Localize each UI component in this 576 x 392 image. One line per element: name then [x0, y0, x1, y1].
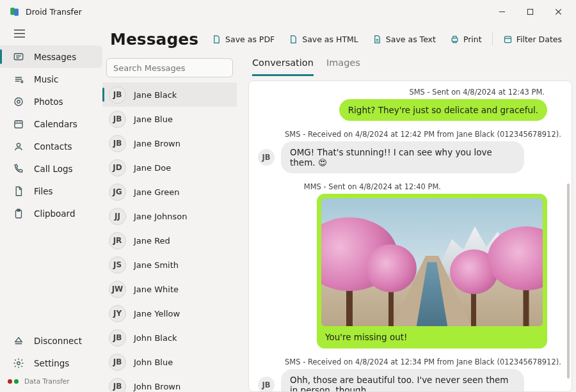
svg-rect-1	[14, 9, 19, 16]
contact-item[interactable]: JBJohn Blue	[102, 350, 237, 374]
phone-icon	[13, 163, 24, 175]
file-icon	[13, 185, 24, 197]
contact-name: Jane Johnson	[134, 212, 187, 221]
menu-toggle-button[interactable]	[0, 23, 102, 45]
contact-item[interactable]: JBJohn Brown	[102, 374, 237, 392]
message-meta: SMS - Sent on 4/8/2024 at 12:43 PM.	[258, 88, 563, 97]
close-button[interactable]	[544, 2, 572, 21]
app-title: Droid Transfer	[26, 7, 82, 17]
contact-avatar: JR	[109, 232, 126, 249]
contact-avatar: JW	[109, 281, 126, 298]
contact-avatar: JB	[109, 354, 126, 371]
contact-name: Jane Black	[134, 90, 177, 100]
sidebar-item-calllogs[interactable]: Call Logs	[0, 157, 102, 180]
message-received: OMG! That's stunning!! I can see why you…	[281, 141, 524, 173]
contact-avatar: JB	[109, 135, 126, 152]
sidebar-item-messages[interactable]: Messages	[0, 45, 102, 68]
save-text-button[interactable]: Save as Text	[367, 31, 441, 48]
contact-name: Jane White	[134, 285, 179, 294]
mms-image[interactable]	[321, 198, 543, 326]
contact-item[interactable]: JBJane Blue	[102, 107, 237, 131]
message-meta: SMS - Received on 4/8/2024 at 12:42 PM f…	[258, 130, 563, 139]
calendar-icon	[13, 118, 24, 130]
contact-name: Jane Smith	[134, 260, 179, 270]
message-sent-mms: You're missing out!	[317, 194, 547, 349]
sidebar-item-disconnect[interactable]: Disconnect	[0, 329, 102, 352]
sender-avatar: JB	[258, 377, 275, 392]
toolbar-label: Save as HTML	[302, 35, 358, 44]
toolbar-label: Filter Dates	[516, 35, 562, 44]
sidebar-item-label: Clipboard	[34, 208, 75, 219]
pdf-icon	[212, 35, 221, 44]
calendar-filter-icon	[503, 35, 513, 44]
contact-name: Jane Doe	[134, 163, 171, 173]
message-received: Ohh, those are beautiful too. I've never…	[281, 369, 524, 392]
tab-conversation[interactable]: Conversation	[252, 58, 314, 76]
maximize-button[interactable]	[516, 2, 544, 21]
contact-name: Jane Blue	[134, 114, 173, 124]
minimize-button[interactable]	[488, 2, 516, 21]
save-pdf-button[interactable]: Save as PDF	[207, 31, 280, 48]
sidebar-item-files[interactable]: Files	[0, 180, 102, 202]
sidebar-item-label: Call Logs	[34, 164, 73, 174]
sidebar-item-label: Contacts	[34, 141, 72, 152]
toolbar-label: Print	[463, 35, 482, 44]
contact-item[interactable]: JGJane Green	[102, 180, 237, 204]
contact-item[interactable]: JBJane Brown	[102, 131, 237, 155]
contact-item[interactable]: JJJane Johnson	[102, 204, 237, 228]
tab-images[interactable]: Images	[326, 58, 360, 76]
sidebar-item-clipboard[interactable]: Clipboard	[0, 202, 102, 224]
svg-point-17	[17, 361, 20, 365]
sidebar-item-contacts[interactable]: Contacts	[0, 135, 102, 157]
contact-avatar: JB	[109, 378, 126, 393]
print-button[interactable]: Print	[445, 31, 487, 48]
scrollbar[interactable]	[567, 184, 570, 379]
contact-avatar: JJ	[109, 208, 126, 225]
svg-point-11	[15, 98, 22, 106]
contact-name: John Black	[134, 333, 177, 343]
contact-item[interactable]: JBJohn Black	[102, 325, 237, 350]
contact-item[interactable]: JBJane Black	[102, 82, 237, 107]
contact-item[interactable]: JSJane Smith	[102, 253, 237, 277]
contact-list: JBJane BlackJBJane BlueJBJane BrownJDJan…	[102, 82, 237, 392]
contact-avatar: JD	[109, 159, 126, 176]
svg-rect-18	[452, 38, 458, 41]
contact-item[interactable]: JYJane Yellow	[102, 301, 237, 325]
message-icon	[13, 51, 24, 63]
sidebar-item-music[interactable]: Music	[0, 68, 102, 90]
svg-rect-9	[14, 53, 23, 59]
sidebar-item-photos[interactable]: Photos	[0, 90, 102, 113]
messages-area: SMS - Sent on 4/8/2024 at 12:43 PM. Righ…	[248, 81, 572, 392]
contact-item[interactable]: JRJane Red	[102, 228, 237, 253]
sidebar-item-settings[interactable]: Settings	[0, 352, 102, 374]
svg-point-14	[17, 143, 20, 146]
message-sent: Right? They're just so delicate and grac…	[339, 99, 547, 121]
sidebar-item-label: Files	[34, 186, 53, 196]
contact-name: John Blue	[134, 357, 173, 367]
eject-icon	[13, 335, 24, 347]
contact-item[interactable]: JDJane Doe	[102, 155, 237, 180]
contact-name: Jane Yellow	[134, 309, 180, 318]
page-title: Messages	[110, 30, 198, 49]
filter-dates-button[interactable]: Filter Dates	[498, 31, 567, 48]
contact-avatar: JB	[109, 86, 126, 104]
contacts-icon	[13, 141, 24, 152]
status-text: Data Transfer	[24, 377, 70, 385]
contact-item[interactable]: JWJane White	[102, 277, 237, 301]
svg-rect-0	[10, 8, 15, 15]
photos-icon	[13, 96, 24, 107]
contact-name: Jane Red	[134, 236, 170, 246]
contact-name: Jane Brown	[134, 139, 180, 148]
sidebar-item-calendars[interactable]: Calendars	[0, 113, 102, 135]
sidebar: Messages Music Photos Calendars Contacts	[0, 23, 102, 392]
toolbar-separator	[492, 33, 493, 45]
search-input[interactable]	[106, 58, 233, 77]
text-icon	[372, 35, 382, 44]
contact-name: John Brown	[134, 382, 180, 391]
sidebar-item-label: Music	[34, 74, 58, 84]
contact-avatar: JG	[109, 184, 126, 201]
gear-icon	[13, 357, 24, 369]
contact-avatar: JS	[109, 256, 126, 274]
status-dot-green	[14, 379, 19, 384]
save-html-button[interactable]: Save as HTML	[284, 31, 364, 48]
